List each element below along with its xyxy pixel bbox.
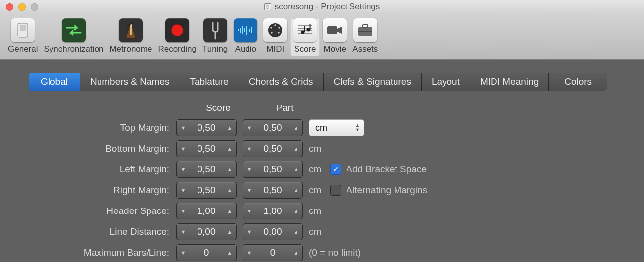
chevron-up-icon[interactable]: ▲ xyxy=(290,203,302,219)
bottom-margin-part-stepper[interactable]: ▼ 0,50 ▲ xyxy=(243,140,303,157)
chevron-up-icon[interactable]: ▲ xyxy=(290,161,302,177)
tab-global[interactable]: Global xyxy=(29,73,80,91)
chevron-up-icon[interactable]: ▲ xyxy=(290,120,302,136)
right-margin-part-stepper[interactable]: ▼ 0,50 ▲ xyxy=(243,182,303,199)
column-header-score: Score xyxy=(188,103,248,113)
svg-point-19 xyxy=(271,32,273,34)
toolbar-label: Movie xyxy=(324,44,346,54)
stepper-value: 0,50 xyxy=(256,122,290,133)
chevron-down-icon[interactable]: ▼ xyxy=(177,161,190,177)
chevron-down-icon[interactable]: ▼ xyxy=(177,120,190,136)
toolbar-item-assets[interactable]: Assets xyxy=(349,18,381,56)
close-window-button[interactable] xyxy=(6,3,13,11)
chevron-down-icon[interactable]: ▼ xyxy=(177,224,190,240)
tab-chords-grids[interactable]: Chords & Grids xyxy=(239,73,324,91)
toolbar-item-audio[interactable]: Audio xyxy=(231,18,260,56)
tab-tablature[interactable]: Tablature xyxy=(180,73,239,91)
top-margin-part-stepper[interactable]: ▼ 0,50 ▲ xyxy=(243,119,303,136)
top-margin-score-stepper[interactable]: ▼ 0,50 ▲ xyxy=(176,119,237,136)
chevron-down-icon[interactable]: ▼ xyxy=(243,141,256,157)
header-space-score-stepper[interactable]: ▼ 1,00 ▲ xyxy=(176,203,237,219)
toolbar-label: Synchronization xyxy=(44,44,103,54)
stepper-value: 0,50 xyxy=(256,164,290,175)
chevron-down-icon[interactable]: ▼ xyxy=(177,182,190,198)
tab-midi-meaning[interactable]: MIDI Meaning xyxy=(470,73,549,91)
chevron-down-icon[interactable]: ▼ xyxy=(243,182,256,198)
chevron-up-icon[interactable]: ▲ xyxy=(223,182,236,198)
chevron-up-icon[interactable]: ▲ xyxy=(223,224,236,240)
chevron-up-icon[interactable]: ▲ xyxy=(223,120,236,136)
toolbar-item-general[interactable]: General xyxy=(5,18,41,56)
select-arrows-icon: ▲▼ xyxy=(355,122,360,134)
content-area: Global Numbers & Names Tablature Chords … xyxy=(0,60,644,262)
chevron-down-icon[interactable]: ▼ xyxy=(243,120,256,136)
stepper-value: 0,50 xyxy=(256,185,290,196)
chevron-up-icon[interactable]: ▲ xyxy=(290,224,302,240)
bottom-margin-score-stepper[interactable]: ▼ 0,50 ▲ xyxy=(176,140,237,157)
svg-point-25 xyxy=(301,31,305,34)
unit-label: cm xyxy=(309,226,321,237)
toolbar-item-metronome[interactable]: Metronome xyxy=(106,18,155,56)
label-right-margin: Right Margin: xyxy=(41,185,170,196)
unit-label: cm xyxy=(309,185,321,196)
tab-layout[interactable]: Layout xyxy=(422,73,470,91)
toolbar-item-recording[interactable]: Recording xyxy=(155,18,199,56)
toolbar-item-score[interactable]: Score xyxy=(290,18,320,56)
alternating-margins-checkbox[interactable] xyxy=(330,185,341,196)
max-bars-part-stepper[interactable]: ▼ 0 ▲ xyxy=(243,244,303,261)
right-margin-score-stepper[interactable]: ▼ 0,50 ▲ xyxy=(176,182,237,199)
left-margin-score-stepper[interactable]: ▼ 0,50 ▲ xyxy=(176,161,237,178)
project-settings-toolbar: General Synchronization Metronome Record… xyxy=(0,14,644,60)
tab-colors[interactable]: Colors xyxy=(549,73,607,91)
svg-rect-31 xyxy=(363,25,368,28)
toolbar-label: General xyxy=(8,44,38,54)
chevron-down-icon[interactable]: ▼ xyxy=(243,203,256,219)
chevron-down-icon[interactable]: ▼ xyxy=(243,224,256,240)
chevron-up-icon[interactable]: ▲ xyxy=(223,141,236,157)
chevron-up-icon[interactable]: ▲ xyxy=(290,245,302,261)
toolbar-item-movie[interactable]: Movie xyxy=(320,18,349,56)
window-controls xyxy=(6,3,38,11)
max-bars-score-stepper[interactable]: ▼ 0 ▲ xyxy=(176,244,237,261)
chevron-down-icon[interactable]: ▼ xyxy=(177,245,190,261)
unit-select[interactable]: cm ▲▼ xyxy=(309,119,364,136)
left-margin-part-stepper[interactable]: ▼ 0,50 ▲ xyxy=(243,161,303,178)
row-max-bars-line: Maximum Bars/Line: ▼ 0 ▲ ▼ 0 ▲ (0 = no l… xyxy=(41,242,615,262)
chevron-down-icon[interactable]: ▼ xyxy=(243,161,256,177)
line-distance-part-stepper[interactable]: ▼ 0,00 ▲ xyxy=(243,223,303,240)
line-distance-score-stepper[interactable]: ▼ 0,00 ▲ xyxy=(176,223,237,240)
chevron-up-icon[interactable]: ▲ xyxy=(290,141,302,157)
chevron-down-icon[interactable]: ▼ xyxy=(243,245,256,261)
chevron-up-icon[interactable]: ▲ xyxy=(223,245,236,261)
document-icon xyxy=(264,3,271,10)
chevron-up-icon[interactable]: ▲ xyxy=(223,203,236,219)
label-line-distance: Line Distance: xyxy=(41,226,170,237)
minimize-window-button[interactable] xyxy=(18,3,26,11)
tab-clefs-signatures[interactable]: Clefs & Signatures xyxy=(324,73,422,91)
tab-numbers-names[interactable]: Numbers & Names xyxy=(80,73,180,91)
label-header-space: Header Space: xyxy=(41,206,170,216)
waveform-icon xyxy=(234,18,257,42)
svg-rect-26 xyxy=(304,26,305,32)
toolbar-item-midi[interactable]: MIDI xyxy=(260,18,290,56)
svg-rect-1 xyxy=(20,25,26,31)
global-form: Score Part Top Margin: ▼ 0,50 ▲ ▼ 0,50 ▲… xyxy=(41,103,615,262)
chevron-up-icon[interactable]: ▲ xyxy=(223,161,236,177)
toolbar-label: Score xyxy=(294,44,316,54)
chevron-down-icon[interactable]: ▼ xyxy=(177,141,190,157)
unit-label: cm xyxy=(309,164,321,175)
toolbar-item-tuning[interactable]: Tuning xyxy=(199,18,231,56)
zoom-window-button[interactable] xyxy=(31,3,38,11)
chevron-down-icon[interactable]: ▼ xyxy=(177,203,190,219)
chevron-up-icon[interactable]: ▲ xyxy=(290,182,302,198)
stepper-value: 0,00 xyxy=(190,226,223,237)
unit-label: cm xyxy=(309,206,321,216)
tuning-fork-icon xyxy=(203,18,227,42)
toolbar-label: Audio xyxy=(235,44,256,54)
toolbar-item-synchronization[interactable]: Synchronization xyxy=(41,18,106,56)
svg-point-27 xyxy=(307,28,310,32)
header-space-part-stepper[interactable]: ▼ 1,00 ▲ xyxy=(243,203,303,219)
toolbar-label: MIDI xyxy=(266,44,284,54)
titlebar: scoresong - Project Settings xyxy=(0,0,644,14)
add-bracket-space-checkbox[interactable] xyxy=(330,164,341,175)
